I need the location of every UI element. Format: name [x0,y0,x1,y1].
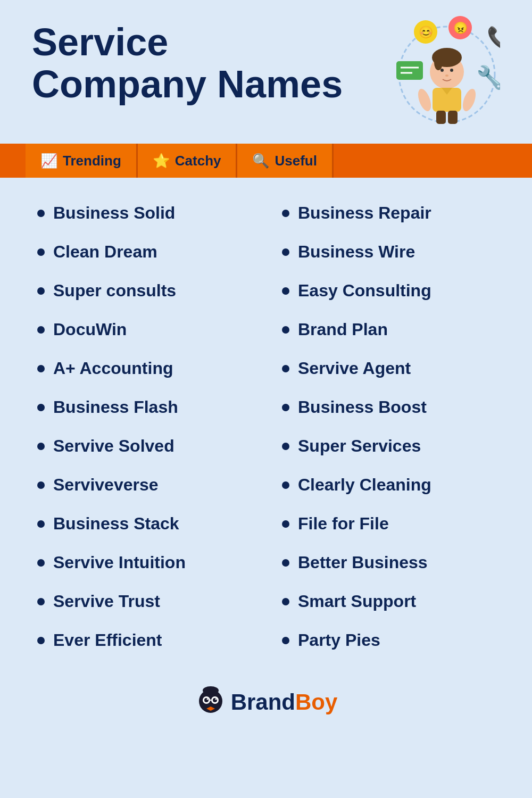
list-item: Servive Agent [277,349,500,388]
tab-trending[interactable]: 📈 Trending [26,144,138,178]
useful-icon: 🔍 [252,153,269,169]
names-section: Business SolidClean DreamSuper consultsD… [0,178,532,670]
bullet-icon [37,637,45,644]
illustration: 😊 😠 📞 🔧 [383,16,500,133]
tabs-bar: 📈 Trending ⭐ Catchy 🔍 Useful [0,144,532,178]
svg-point-18 [415,87,434,113]
list-item: Clearly Cleaning [277,466,500,504]
svg-rect-21 [448,111,458,124]
bullet-icon [37,210,45,217]
names-column-right: Business RepairBusiness WireEasy Consult… [266,194,511,660]
list-item: Better Business [277,543,500,582]
svg-point-12 [434,55,443,70]
bullet-icon [37,559,45,567]
tab-trending-label: Trending [63,153,121,169]
bullet-icon [282,520,289,528]
svg-rect-6 [396,61,423,80]
bullet-icon [282,287,289,295]
list-item: Super consults [32,271,255,310]
list-item: A+ Accounting [32,349,255,388]
svg-point-14 [450,69,453,72]
list-item: Business Solid [32,194,255,232]
bullet-icon [282,637,289,644]
svg-rect-20 [436,111,446,124]
bullet-icon [282,404,289,411]
bullet-icon [282,248,289,256]
list-item: Servive Trust [32,582,255,621]
svg-point-27 [206,699,208,700]
bullet-icon [37,443,45,450]
title-block: Service Company Names [32,21,383,105]
svg-point-19 [460,87,478,113]
list-item: File for File [277,504,500,543]
list-item: DocuWin [32,310,255,349]
list-item: Servive Intuition [32,543,255,582]
tab-useful[interactable]: 🔍 Useful [237,144,333,178]
bullet-icon [37,520,45,528]
bullet-icon [282,210,289,217]
bullet-icon [282,481,289,489]
names-column-left: Business SolidClean DreamSuper consultsD… [21,194,266,660]
tab-useful-label: Useful [275,153,317,169]
trending-icon: 📈 [40,153,57,169]
header-section: Service Company Names 😊 😠 📞 🔧 [0,0,532,144]
bullet-icon [37,326,45,334]
list-item: Servive Solved [32,427,255,466]
catchy-icon: ⭐ [153,153,170,169]
list-item: Easy Consulting [277,271,500,310]
bullet-icon [282,326,289,334]
footer: BrandBoy [0,670,532,729]
list-item: Business Stack [32,504,255,543]
list-item: Business Flash [32,388,255,427]
tab-right-accent [334,144,532,178]
tab-left-accent [0,144,26,178]
tab-catchy-label: Catchy [175,153,221,169]
list-item: Brand Plan [277,310,500,349]
list-item: Smart Support [277,582,500,621]
bullet-icon [37,404,45,411]
bullet-icon [37,287,45,295]
svg-point-28 [215,699,217,700]
bullet-icon [282,598,289,605]
svg-point-15 [445,74,448,77]
list-item: Clean Dream [32,232,255,271]
list-item: Ever Efficient [32,621,255,660]
svg-text:😊: 😊 [419,25,434,39]
list-item: Business Repair [277,194,500,232]
bullet-icon [37,481,45,489]
tab-catchy[interactable]: ⭐ Catchy [138,144,238,178]
svg-text:🔧: 🔧 [476,64,500,91]
bullet-icon [37,365,45,372]
bullet-icon [37,598,45,605]
list-item: Business Wire [277,232,500,271]
bullet-icon [282,443,289,450]
page-title: Service Company Names [32,21,383,105]
bullet-icon [282,365,289,372]
list-item: Party Pies [277,621,500,660]
bullet-icon [282,559,289,567]
list-item: Business Boost [277,388,500,427]
svg-point-31 [203,686,219,695]
brandboy-logo: BrandBoy [195,686,338,718]
svg-text:😠: 😠 [453,21,468,35]
bullet-icon [37,248,45,256]
svg-point-13 [440,69,444,72]
footer-brand-text: BrandBoy [231,689,338,715]
list-item: Serviveverse [32,466,255,504]
list-item: Super Services [277,427,500,466]
svg-text:📞: 📞 [487,25,500,51]
